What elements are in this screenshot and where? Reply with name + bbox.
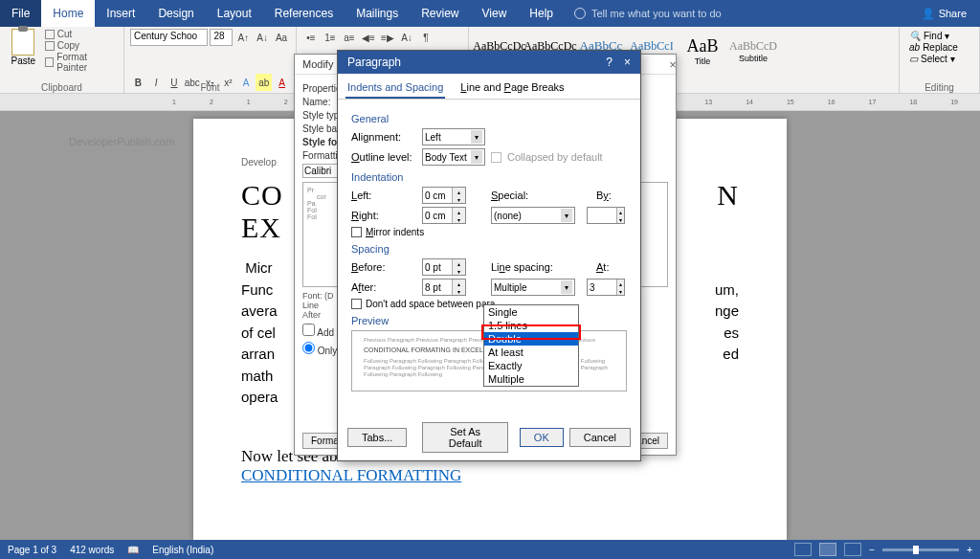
- option-exactly[interactable]: Exactly: [484, 359, 578, 372]
- tab-indents-spacing[interactable]: Indents and Spacing: [345, 78, 445, 99]
- onlyin-radio[interactable]: [302, 342, 315, 354]
- doc-link[interactable]: CONDITIONAL FORMATTING: [241, 466, 739, 485]
- alignment-select[interactable]: Left▾: [422, 128, 485, 145]
- share-button[interactable]: 👤 Share: [908, 0, 980, 27]
- chevron-down-icon: ▾: [561, 280, 572, 294]
- option-double[interactable]: Double: [484, 332, 578, 346]
- increase-indent-button[interactable]: ≡▶: [379, 29, 396, 46]
- lightbulb-icon: [574, 8, 586, 19]
- at-spinner[interactable]: ▴▾: [587, 279, 625, 296]
- group-editing: 🔍Find ▾ abReplace ▭Select ▾ Editing: [900, 27, 980, 93]
- tab-references[interactable]: References: [263, 0, 345, 27]
- share-icon: 👤: [922, 8, 935, 20]
- tab-home[interactable]: Home: [41, 0, 95, 27]
- tab-help[interactable]: Help: [518, 0, 565, 27]
- editing-group-label: Editing: [900, 82, 979, 93]
- outline-select[interactable]: Body Text▾: [422, 148, 485, 166]
- spellcheck-icon[interactable]: 📖: [127, 545, 139, 555]
- show-marks-button[interactable]: ¶: [417, 29, 434, 46]
- chevron-down-icon: ▾: [561, 209, 572, 222]
- set-default-button[interactable]: Set As Default: [422, 422, 507, 453]
- print-layout-button[interactable]: [819, 543, 836, 556]
- left-indent-spinner[interactable]: ▴▾: [422, 187, 466, 204]
- watermark: DeveloperPublish.com: [69, 136, 174, 147]
- addto-checkbox[interactable]: [302, 324, 315, 336]
- option-atleast[interactable]: At least: [484, 346, 578, 359]
- language-button[interactable]: English (India): [152, 545, 213, 555]
- cut-button[interactable]: Cut: [45, 29, 118, 39]
- cancel-button[interactable]: Cancel: [569, 428, 631, 447]
- decrease-font-button[interactable]: A↓: [254, 29, 271, 46]
- change-case-button[interactable]: Aa: [273, 29, 290, 46]
- after-spinner[interactable]: ▴▾: [422, 279, 466, 296]
- by-spinner[interactable]: ▴▾: [587, 207, 625, 224]
- read-mode-button[interactable]: [794, 543, 812, 556]
- tell-me-label: Tell me what you want to do: [591, 8, 722, 19]
- zoom-in-button[interactable]: +: [967, 545, 972, 555]
- tell-me-search[interactable]: Tell me what you want to do: [565, 0, 908, 27]
- after-label: After:: [351, 281, 416, 293]
- linespacing-select[interactable]: Multiple▾: [491, 279, 575, 296]
- paste-label: Paste: [11, 56, 36, 66]
- paragraph-dialog-header[interactable]: Paragraph ? ×: [338, 51, 640, 74]
- modify-close-icon[interactable]: ×: [663, 56, 682, 73]
- status-bar: Page 1 of 3 412 words 📖 English (India) …: [0, 540, 980, 559]
- paste-button[interactable]: Paste: [6, 29, 41, 73]
- help-icon[interactable]: ?: [606, 56, 612, 69]
- tab-layout[interactable]: Layout: [206, 0, 263, 27]
- sort-button[interactable]: A↓: [398, 29, 415, 46]
- decrease-indent-button[interactable]: ◀≡: [360, 29, 377, 46]
- tab-insert[interactable]: Insert: [95, 0, 146, 27]
- word-count[interactable]: 412 words: [70, 545, 114, 555]
- replace-button[interactable]: abReplace: [909, 42, 969, 53]
- format-painter-button[interactable]: Format Painter: [45, 52, 118, 73]
- indentation-section: Indentation: [351, 171, 627, 183]
- zoom-slider[interactable]: [882, 548, 959, 551]
- style-subtitle[interactable]: AaBbCcDSubtitle: [728, 29, 778, 73]
- web-layout-button[interactable]: [844, 543, 861, 556]
- linespacing-dropdown[interactable]: Single 1.5 lines Double At least Exactly…: [483, 304, 579, 387]
- special-select[interactable]: (none)▾: [491, 207, 575, 224]
- numbering-button[interactable]: 1≡: [322, 29, 339, 46]
- before-spinner[interactable]: ▴▾: [422, 258, 466, 276]
- tab-design[interactable]: Design: [146, 0, 205, 27]
- option-multiple[interactable]: Multiple: [484, 372, 578, 386]
- spacing-section: Spacing: [351, 243, 627, 255]
- close-icon[interactable]: ×: [624, 56, 631, 69]
- style-title[interactable]: AaBTitle: [678, 29, 727, 73]
- increase-font-button[interactable]: A↑: [234, 29, 252, 46]
- scissors-icon: [45, 30, 55, 39]
- alignment-label: Alignment:: [351, 131, 416, 143]
- select-button[interactable]: ▭Select ▾: [909, 54, 969, 64]
- font-name-select[interactable]: Century Schoo: [130, 29, 208, 46]
- find-button[interactable]: 🔍Find ▾: [909, 31, 969, 41]
- tabs-button[interactable]: Tabs...: [347, 428, 407, 447]
- name-label: Name:: [302, 97, 330, 107]
- bullets-button[interactable]: •≡: [302, 29, 320, 46]
- mirror-label: Mirror indents: [366, 227, 424, 237]
- multilevel-button[interactable]: a≡: [341, 29, 358, 46]
- collapsed-checkbox[interactable]: [491, 152, 501, 163]
- page-count[interactable]: Page 1 of 3: [8, 545, 56, 555]
- outline-label: Outline level:: [351, 151, 416, 163]
- paragraph-dialog: Paragraph ? × Indents and Spacing Line a…: [337, 50, 641, 461]
- option-single[interactable]: Single: [484, 305, 578, 319]
- zoom-out-button[interactable]: −: [869, 545, 875, 555]
- group-clipboard: Paste Cut Copy Format Painter Clipboard: [0, 27, 124, 93]
- dontadd-checkbox[interactable]: [351, 299, 362, 309]
- at-label: At:: [596, 261, 615, 273]
- tab-view[interactable]: View: [471, 0, 519, 27]
- right-indent-spinner[interactable]: ▴▾: [422, 207, 466, 224]
- tab-line-page-breaks[interactable]: Line and Page Breaks: [458, 78, 566, 99]
- copy-button[interactable]: Copy: [45, 40, 118, 51]
- option-1-5[interactable]: 1.5 lines: [484, 319, 578, 332]
- tab-review[interactable]: Review: [410, 0, 470, 27]
- ok-button[interactable]: OK: [520, 428, 564, 447]
- tab-file[interactable]: File: [0, 0, 41, 27]
- font-size-select[interactable]: 28: [210, 29, 233, 46]
- tab-mailings[interactable]: Mailings: [345, 0, 410, 27]
- right-indent-label: Right:: [351, 210, 416, 221]
- share-label: Share: [939, 8, 967, 19]
- mirror-checkbox[interactable]: [351, 227, 362, 237]
- doc-title-1: CO: [241, 179, 283, 212]
